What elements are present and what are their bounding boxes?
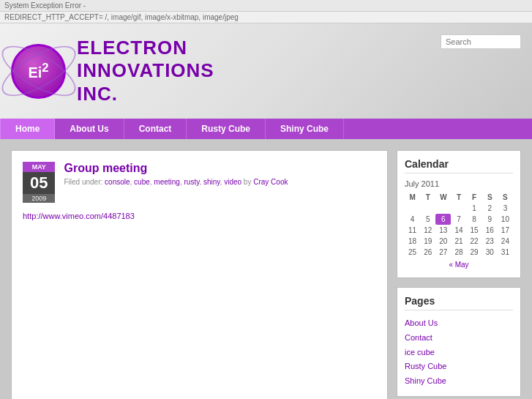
page-ice-cube[interactable]: ice cube [405, 346, 513, 360]
post-title: Group meeting [23, 162, 376, 175]
calendar-widget: Calendar July 2011 M T W T F S S [397, 150, 521, 278]
page-about[interactable]: About Us [405, 316, 513, 331]
calendar-title: Calendar [405, 158, 513, 174]
post-link[interactable]: http://www.vimeo.com/4487183 [23, 212, 376, 220]
error-bar: System Exception Error - [0, 0, 532, 12]
redirect-bar: REDIRECT_HTTP_ACCEPT= /, image/gif, imag… [0, 12, 532, 23]
logo: Ei2 [11, 44, 66, 99]
content-area: May 05 2009 Group meeting Filed under: c… [11, 150, 388, 399]
tag-cube[interactable]: cube [134, 178, 150, 186]
nav-about[interactable]: About Us [55, 119, 124, 139]
tag-meeting[interactable]: meeting [154, 178, 180, 186]
main-layout: May 05 2009 Group meeting Filed under: c… [0, 139, 532, 399]
post-meta: Filed under: console, cube, meeting, rus… [23, 178, 376, 186]
cal-week-1: 123 [405, 203, 513, 214]
page-rusty-cube[interactable]: Rusty Cube [405, 359, 513, 374]
post-month: May [23, 162, 55, 172]
cal-week-4: 18192021222324 [405, 236, 513, 247]
tag-shiny[interactable]: shiny [203, 178, 220, 186]
author-link[interactable]: Cray Cook [253, 178, 288, 186]
nav-rusty-cube[interactable]: Rusty Cube [187, 119, 266, 139]
search-box[interactable] [441, 34, 521, 49]
cal-week-3: 11121314151617 [405, 225, 513, 236]
nav-home[interactable]: Home [0, 119, 55, 139]
nav-shiny-cube[interactable]: Shiny Cube [266, 119, 344, 139]
tag-video[interactable]: video [224, 178, 241, 186]
sidebar: Calendar July 2011 M T W T F S S [397, 150, 521, 399]
calendar-month: July 2011 [405, 179, 513, 188]
title-line1: ELECTRON [77, 37, 214, 59]
tag-console[interactable]: console [105, 178, 130, 186]
blog-post: May 05 2009 Group meeting Filed under: c… [23, 162, 376, 220]
title-line3: INC. [77, 83, 214, 105]
calendar-table: M T W T F S S 123 45 [405, 192, 513, 270]
site-header: Ei2 ELECTRON INNOVATIONS INC. [0, 23, 532, 119]
post-header: Group meeting Filed under: console, cube… [23, 162, 376, 186]
redirect-text: REDIRECT_HTTP_ACCEPT= /, image/gif, imag… [4, 13, 239, 21]
main-nav: Home About Us Contact Rusty Cube Shiny C… [0, 119, 532, 139]
post-day: 05 [23, 172, 55, 194]
site-title: ELECTRON INNOVATIONS INC. [77, 37, 214, 105]
nav-contact[interactable]: Contact [124, 119, 187, 139]
logo-sup: 2 [42, 61, 48, 75]
cal-week-5: 25262728293031 [405, 247, 513, 258]
tag-rusty[interactable]: rusty [184, 178, 200, 186]
post-date: May 05 2009 [23, 162, 55, 203]
post-year: 2009 [23, 194, 55, 203]
cal-week-2: 45 6 78910 [405, 214, 513, 225]
pages-title: Pages [405, 295, 513, 310]
logo-text: Ei2 [28, 62, 48, 80]
pages-widget: Pages About Us Contact ice cube Rusty Cu… [397, 287, 521, 397]
cal-nav-row: « May [405, 258, 513, 270]
title-line2: INNOVATIONS [77, 59, 214, 82]
cal-prev[interactable]: « May [449, 261, 468, 269]
page-contact[interactable]: Contact [405, 331, 513, 346]
search-input[interactable] [441, 34, 521, 49]
error-text: System Exception Error - [4, 1, 86, 10]
page-shiny-cube[interactable]: Shiny Cube [405, 374, 513, 389]
